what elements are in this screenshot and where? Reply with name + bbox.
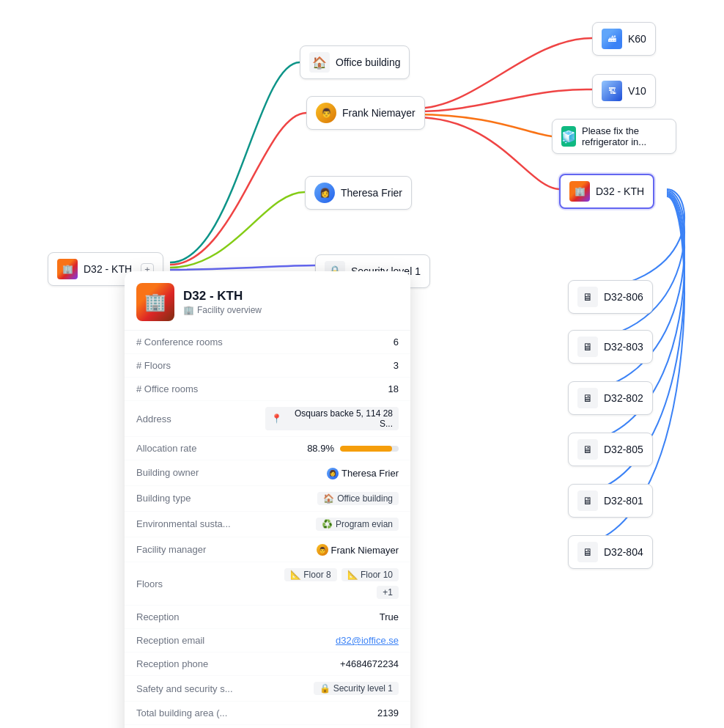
field-value: 🏠 Office building	[254, 485, 411, 511]
room-icon-804: 🖥	[577, 542, 598, 562]
field-value: ♻️ Program evian	[254, 511, 411, 537]
floor8-tag: 📐 Floor 8	[284, 568, 337, 581]
table-row: # Floors 3	[125, 354, 410, 378]
office-tag-icon: 🏠	[323, 493, 334, 504]
room-icon-803: 🖥	[577, 337, 598, 357]
field-value: +4684672234	[254, 652, 411, 676]
room-icon-806: 🖥	[577, 287, 598, 307]
node-k60-label: K60	[628, 33, 646, 45]
table-row: Address 📍 Osquars backe 5, 114 28 S...	[125, 401, 410, 437]
node-theresa-frier[interactable]: 👩 Theresa Frier	[305, 176, 412, 210]
node-d32-801[interactable]: 🖥 D32-801	[568, 484, 653, 518]
frank-avatar-small: 👨	[317, 544, 328, 556]
node-d32-804[interactable]: 🖥 D32-804	[568, 535, 653, 569]
popup-subtitle-icon: 🏢	[183, 305, 194, 315]
node-fix-refrigerator[interactable]: 🧊 Please fix the refrigerator in...	[552, 119, 676, 154]
popup-header: 🏢 D32 - KTH 🏢 Facility overview	[125, 271, 410, 331]
frank-avatar: 👨	[316, 103, 336, 123]
room-icon-805: 🖥	[577, 439, 598, 460]
node-d32-805-label: D32-805	[604, 444, 643, 455]
field-value: 2139	[254, 702, 411, 725]
table-row: # Conference rooms 6	[125, 331, 410, 354]
table-row: Allocation rate 88.9%	[125, 437, 410, 460]
table-row: Safety and security s... 🔒 Security leve…	[125, 676, 410, 702]
theresa-avatar: 👩	[314, 183, 335, 203]
node-d32-806-label: D32-806	[604, 291, 643, 303]
field-label: Address	[125, 401, 254, 437]
field-label: Floors	[125, 562, 254, 606]
node-d32-kth-right-label: D32 - KTH	[596, 185, 644, 197]
node-d32-806[interactable]: 🖥 D32-806	[568, 280, 653, 314]
field-label: Year built	[125, 725, 254, 729]
table-row: Reception True	[125, 606, 410, 629]
node-d32-kth-right[interactable]: 🏢 D32 - KTH	[559, 174, 654, 209]
field-label: # Office rooms	[125, 378, 254, 401]
table-row: Environmental susta... ♻️ Program evian	[125, 511, 410, 537]
floor10-tag: 📐 Floor 10	[341, 568, 399, 581]
node-d32-kth-main-label: D32 - KTH	[84, 263, 132, 275]
progress-fill	[340, 446, 392, 452]
field-value: 3	[254, 354, 411, 378]
field-label: Safety and security s...	[125, 676, 254, 702]
v10-thumb: 🏗	[602, 81, 622, 101]
node-k60[interactable]: 🏙 K60	[592, 22, 656, 56]
field-value: 1912	[254, 725, 411, 729]
popup-subtitle: 🏢 Facility overview	[183, 305, 262, 315]
field-label: Reception email	[125, 629, 254, 652]
node-d32-804-label: D32-804	[604, 546, 643, 558]
popup-title: D32 - KTH	[183, 289, 262, 304]
floors-more-tag: +1	[377, 586, 399, 599]
node-d32-802-label: D32-802	[604, 392, 643, 404]
room-icon-801: 🖥	[577, 490, 598, 511]
k60-thumb: 🏙	[602, 29, 622, 49]
building-thumb-main: 🏢	[57, 259, 78, 279]
node-office-building-label: Office building	[336, 56, 400, 68]
field-label: Reception phone	[125, 652, 254, 676]
node-fix-refrigerator-label: Please fix the refrigerator in...	[582, 125, 667, 147]
fridge-icon: 🧊	[561, 126, 576, 147]
field-label: Total building area (...	[125, 702, 254, 725]
field-label: # Conference rooms	[125, 331, 254, 354]
office-icon: 🏠	[309, 52, 330, 73]
popup-table: # Conference rooms 6 # Floors 3 # Office…	[125, 331, 410, 728]
node-d32-803[interactable]: 🖥 D32-803	[568, 330, 653, 364]
popup-card: 🏢 D32 - KTH 🏢 Facility overview # Confer…	[125, 271, 410, 728]
field-value: True	[254, 606, 411, 629]
popup-subtitle-text: Facility overview	[197, 305, 262, 315]
field-value: 👩 Theresa Frier	[254, 460, 411, 486]
field-value: 👨 Frank Niemayer	[254, 537, 411, 562]
node-frank-niemayer[interactable]: 👨 Frank Niemayer	[306, 96, 425, 130]
location-icon: 📍	[271, 413, 282, 424]
program-tag: ♻️ Program evian	[316, 518, 399, 531]
table-row: # Office rooms 18	[125, 378, 410, 401]
node-v10[interactable]: 🏗 V10	[592, 74, 656, 108]
field-value-progress: 88.9%	[254, 437, 411, 460]
node-theresa-frier-label: Theresa Frier	[341, 187, 402, 199]
field-label: Reception	[125, 606, 254, 629]
popup-building-image: 🏢	[136, 283, 174, 321]
room-icon-802: 🖥	[577, 388, 598, 408]
node-office-building[interactable]: 🏠 Office building	[300, 45, 410, 79]
table-row: Reception phone +4684672234	[125, 652, 410, 676]
node-d32-805[interactable]: 🖥 D32-805	[568, 433, 653, 466]
field-label: Facility manager	[125, 537, 254, 562]
field-value: 18	[254, 378, 411, 401]
table-row: Facility manager 👨 Frank Niemayer	[125, 537, 410, 562]
progress-bar	[340, 446, 399, 452]
program-icon: ♻️	[322, 519, 333, 529]
node-d32-803-label: D32-803	[604, 341, 643, 353]
field-label: # Floors	[125, 354, 254, 378]
field-label: Allocation rate	[125, 437, 254, 460]
security-tag-icon: 🔒	[319, 683, 330, 694]
reception-email-link[interactable]: d32@ioffice.se	[336, 635, 399, 646]
field-value: 6	[254, 331, 411, 354]
field-value-address: 📍 Osquars backe 5, 114 28 S...	[254, 401, 411, 437]
security-tag: 🔒 Security level 1	[314, 682, 399, 695]
table-row: Floors 📐 Floor 8 📐 Floor 10 +1	[125, 562, 410, 606]
field-label: Environmental susta...	[125, 511, 254, 537]
field-value-email: d32@ioffice.se	[254, 629, 411, 652]
node-d32-802[interactable]: 🖥 D32-802	[568, 381, 653, 415]
building-thumb-right: 🏢	[569, 181, 590, 202]
table-row: Building owner 👩 Theresa Frier	[125, 460, 410, 486]
theresa-avatar-small: 👩	[327, 468, 339, 479]
